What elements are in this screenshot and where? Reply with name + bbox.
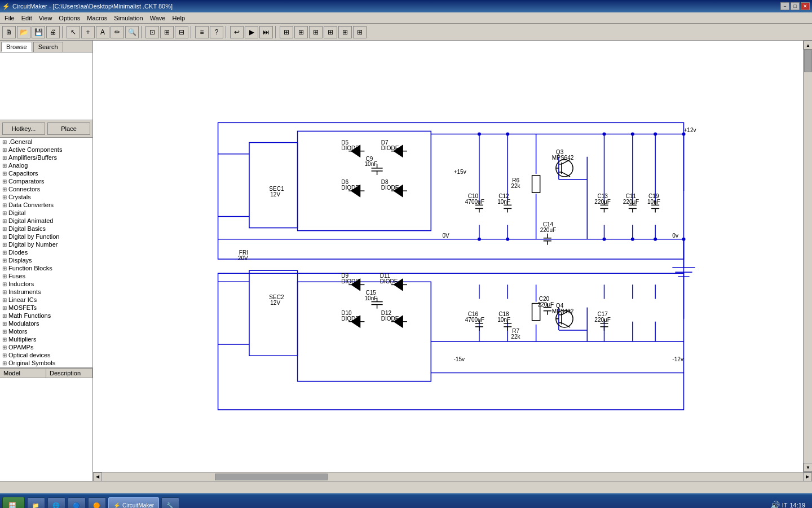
h-scroll-track[interactable] (102, 474, 803, 480)
zoom-in[interactable]: ⊞ (160, 26, 174, 38)
h-scroll-thumb[interactable] (215, 474, 328, 480)
tree-item-motors[interactable]: ⊞Motors (0, 327, 92, 335)
zoom-to-fit[interactable]: ⊡ (145, 26, 159, 38)
svg-text:MPS642: MPS642 (552, 155, 574, 161)
component-tool[interactable]: ≡ (195, 26, 209, 38)
close-button[interactable]: ✕ (801, 2, 810, 10)
start-button[interactable]: 🪟 (2, 497, 25, 508)
text-tool[interactable]: A (96, 26, 109, 38)
tree-item-analog[interactable]: ⊞Analog (0, 161, 92, 169)
tree-item-optical-devices[interactable]: ⊞Optical devices (0, 351, 92, 359)
component-tree[interactable]: ⊞.General⊞Active Components⊞Amplifiers/B… (0, 138, 92, 368)
svg-text:DIODE: DIODE (341, 145, 359, 151)
grid-2[interactable]: ⊞ (294, 26, 308, 38)
place-button[interactable]: Place (47, 122, 90, 135)
tree-item-digital-by-number[interactable]: ⊞Digital by Number (0, 240, 92, 248)
open-button[interactable]: 📂 (17, 26, 30, 38)
minimize-button[interactable]: − (780, 2, 789, 10)
horizontal-scrollbar[interactable]: ◀ ▶ (93, 472, 812, 481)
taskbar-app3[interactable]: 🔵 (68, 497, 86, 508)
tree-item-digital-basics[interactable]: ⊞Digital Basics (0, 225, 92, 233)
tree-item-general[interactable]: ⊞.General (0, 138, 92, 146)
menu-item-view[interactable]: View (36, 14, 56, 23)
grid-1[interactable]: ⊞ (280, 26, 293, 38)
tree-item-digital-animated[interactable]: ⊞Digital Animated (0, 217, 92, 225)
tree-item-active-components[interactable]: ⊞Active Components (0, 146, 92, 154)
tree-item-original-symbols[interactable]: ⊞Original Symbols (0, 359, 92, 367)
vertical-scrollbar[interactable]: ▲ ▼ (803, 41, 812, 472)
tree-item-modulators[interactable]: ⊞Modulators (0, 319, 92, 327)
grid-4[interactable]: ⊞ (324, 26, 337, 38)
tree-item-label: Diodes (8, 249, 28, 256)
tree-item-function-blocks[interactable]: ⊞Function Blocks (0, 264, 92, 272)
menu-item-file[interactable]: File (1, 14, 18, 23)
tab-browse[interactable]: Browse (1, 42, 32, 52)
tree-item-data-converters[interactable]: ⊞Data Converters (0, 201, 92, 209)
select-tool[interactable]: ↖ (67, 26, 80, 38)
model-column-header: Model (0, 369, 46, 378)
scroll-right-button[interactable]: ▶ (803, 472, 812, 481)
grid-3[interactable]: ⊞ (309, 26, 323, 38)
tree-item-mosfets[interactable]: ⊞MOSFETs (0, 304, 92, 312)
tree-item-comparators[interactable]: ⊞Comparators (0, 177, 92, 185)
menu-item-help[interactable]: Help (169, 14, 188, 23)
save-button[interactable]: 💾 (32, 26, 45, 38)
help-tool[interactable]: ? (210, 26, 223, 38)
svg-point-216 (602, 132, 606, 135)
canvas-row: +12v +15v 0V 0v -15v -12v D5 DIODE D7 DI… (93, 41, 812, 472)
maximize-button[interactable]: □ (791, 2, 800, 10)
tree-plus-icon: ⊞ (2, 249, 7, 256)
zoom-area[interactable]: 🔍 (125, 26, 139, 38)
scroll-track[interactable] (804, 50, 812, 463)
tree-item-connectors[interactable]: ⊞Connectors (0, 185, 92, 193)
undo-btn[interactable]: ↩ (230, 26, 244, 38)
toolbar: 🗎 📂 💾 🖨 ↖ + A ✏ 🔍 ⊡ ⊞ ⊟ ≡ ? ↩ ▶ ⏭ ⊞ ⊞ ⊞ … (0, 24, 812, 41)
taskbar-circuitmaker[interactable]: ⚡ CircuitMaker (108, 497, 159, 508)
tree-item-amplifiers[interactable]: ⊞Amplifiers/Buffers (0, 154, 92, 161)
tree-item-diodes[interactable]: ⊞Diodes (0, 248, 92, 256)
scroll-left-button[interactable]: ◀ (93, 472, 102, 481)
taskbar-app6[interactable]: 🔧 (161, 497, 179, 508)
hotkey-button[interactable]: Hotkey... (2, 122, 45, 135)
menu-item-options[interactable]: Options (55, 14, 83, 23)
tree-item-opamps[interactable]: ⊞OPAMPs (0, 343, 92, 351)
print-button[interactable]: 🖨 (46, 26, 60, 38)
tree-item-math-functions[interactable]: ⊞Math Functions (0, 312, 92, 319)
tree-item-digital-by-function[interactable]: ⊞Digital by Function (0, 233, 92, 240)
app6-icon: 🔧 (166, 502, 173, 509)
grid-5[interactable]: ⊞ (338, 26, 352, 38)
tree-item-linear-ics[interactable]: ⊞Linear ICs (0, 296, 92, 304)
circuit-canvas[interactable]: +12v +15v 0V 0v -15v -12v D5 DIODE D7 DI… (93, 41, 803, 472)
menu-item-simulation[interactable]: Simulation (111, 14, 146, 23)
titlebar-controls: − □ ✕ (780, 2, 810, 10)
step-btn[interactable]: ⏭ (259, 26, 273, 38)
tab-search[interactable]: Search (33, 42, 63, 52)
tree-item-displays[interactable]: ⊞Displays (0, 256, 92, 264)
tree-plus-icon: ⊞ (2, 170, 7, 177)
menu-item-edit[interactable]: Edit (18, 14, 36, 23)
scroll-down-button[interactable]: ▼ (804, 463, 812, 472)
taskbar-app4[interactable]: 🟠 (88, 497, 106, 508)
menu-item-macros[interactable]: Macros (83, 14, 111, 23)
tree-item-multipliers[interactable]: ⊞Multipliers (0, 335, 92, 343)
taskbar-browser[interactable]: 🌐 (47, 497, 65, 508)
new-button[interactable]: 🗎 (2, 26, 16, 38)
tree-item-inductors[interactable]: ⊞Inductors (0, 280, 92, 288)
tree-item-fuses[interactable]: ⊞Fuses (0, 272, 92, 280)
grid-6[interactable]: ⊞ (353, 26, 367, 38)
tree-item-digital[interactable]: ⊞Digital (0, 209, 92, 217)
menu-item-wave[interactable]: Wave (147, 14, 169, 23)
tree-item-instruments[interactable]: ⊞Instruments (0, 288, 92, 296)
tree-item-crystals[interactable]: ⊞Crystals (0, 193, 92, 201)
taskbar-files[interactable]: 📁 (27, 497, 45, 508)
add-wire[interactable]: + (81, 26, 95, 38)
titlebar-text: CircuitMaker - [C:\Users\aa\Desktop\Mini… (12, 3, 173, 10)
tree-item-capacitors[interactable]: ⊞Capacitors (0, 169, 92, 177)
scroll-up-button[interactable]: ▲ (804, 41, 812, 50)
zoom-out[interactable]: ⊟ (175, 26, 188, 38)
scroll-thumb[interactable] (804, 50, 812, 72)
tree-plus-icon: ⊞ (2, 257, 7, 264)
run-btn[interactable]: ▶ (245, 26, 258, 38)
draw-tool[interactable]: ✏ (111, 26, 124, 38)
app-icon: ⚡ (2, 3, 10, 10)
